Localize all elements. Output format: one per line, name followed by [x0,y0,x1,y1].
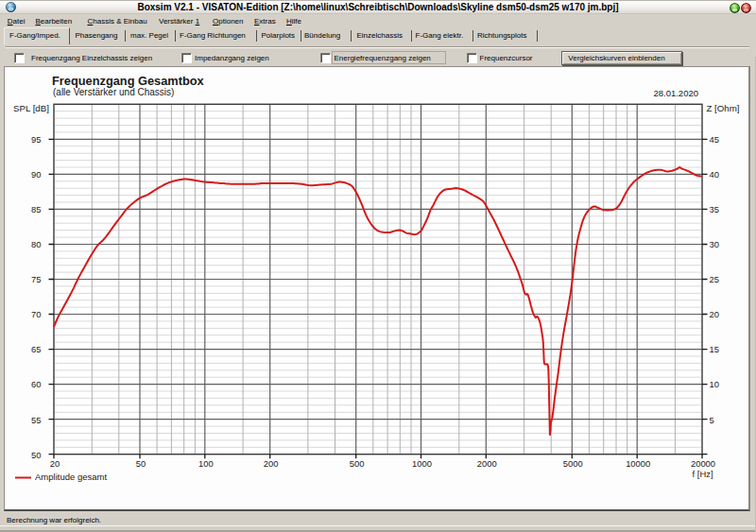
svg-text:20: 20 [710,309,719,319]
svg-text:70: 70 [31,309,41,319]
svg-text:10000: 10000 [626,458,650,469]
svg-text:55: 55 [31,415,41,425]
svg-text:40: 40 [710,169,719,180]
svg-text:10: 10 [710,379,719,389]
svg-text:45: 45 [710,134,719,145]
svg-text:75: 75 [31,274,41,284]
svg-text:85: 85 [31,204,41,215]
svg-text:200: 200 [264,458,279,469]
svg-text:95: 95 [31,134,41,145]
svg-text:5000: 5000 [563,458,583,469]
svg-text:f [Hz]: f [Hz] [693,469,713,479]
svg-text:20000: 20000 [691,458,715,469]
svg-text:65: 65 [31,344,41,354]
svg-text:35: 35 [710,204,719,215]
svg-text:Amplitude gesamt: Amplitude gesamt [35,472,107,482]
svg-text:25: 25 [710,274,719,284]
svg-text:1000: 1000 [412,458,432,469]
svg-text:50: 50 [136,458,146,469]
svg-text:60: 60 [31,379,41,389]
svg-text:500: 500 [350,458,365,469]
svg-text:5: 5 [710,415,714,425]
svg-text:20: 20 [50,458,60,469]
svg-text:80: 80 [31,239,41,249]
svg-text:90: 90 [31,169,41,180]
svg-text:30: 30 [710,239,719,249]
svg-text:15: 15 [710,344,719,354]
svg-text:2000: 2000 [477,458,497,469]
svg-text:100: 100 [198,458,214,469]
svg-text:50: 50 [31,450,41,460]
